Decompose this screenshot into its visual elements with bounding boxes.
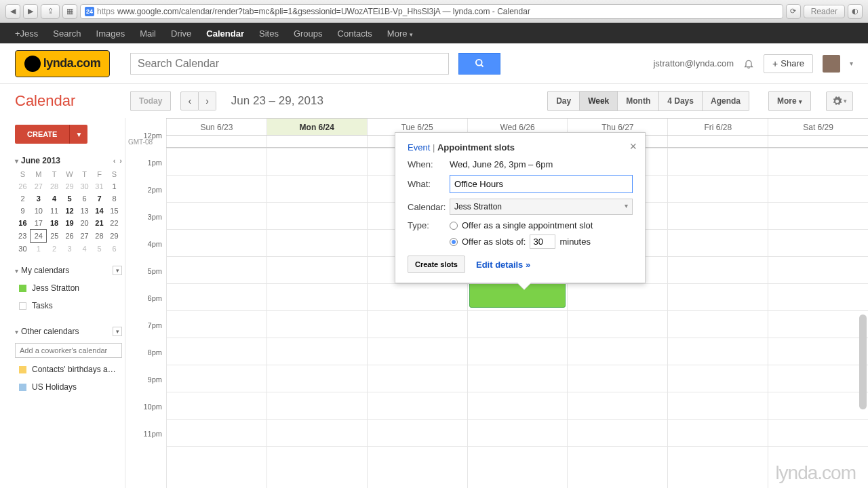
mini-day[interactable]: 17	[31, 217, 47, 230]
mini-day[interactable]: 24	[31, 230, 47, 243]
day-header[interactable]: Mon 6/24	[267, 119, 367, 135]
mini-day[interactable]: 15	[106, 205, 121, 217]
nav-contacts[interactable]: Contacts	[338, 28, 372, 39]
sidebar-browser-button[interactable]: ▦	[62, 4, 77, 19]
mini-day[interactable]: 4	[47, 192, 62, 205]
mini-day[interactable]: 30	[15, 243, 31, 256]
forward-button[interactable]: ▶	[23, 4, 38, 19]
bell-icon[interactable]	[743, 58, 754, 69]
share-button[interactable]: +Share	[764, 54, 813, 73]
mini-day[interactable]: 12	[62, 205, 77, 217]
mini-day[interactable]: 26	[62, 230, 77, 243]
day-header[interactable]: Fri 6/28	[667, 119, 768, 135]
nav-more[interactable]: More ▾	[387, 28, 413, 39]
share-browser-button[interactable]: ⇪	[41, 4, 60, 19]
avatar[interactable]	[823, 55, 840, 73]
mini-day[interactable]: 1	[31, 243, 47, 256]
mini-prev[interactable]: ‹	[113, 157, 116, 165]
settings-button[interactable]: ▾	[826, 92, 853, 111]
mini-day[interactable]: 4	[77, 243, 92, 256]
mini-day[interactable]: 3	[31, 192, 47, 205]
view-agenda[interactable]: Agenda	[703, 91, 749, 111]
mini-day[interactable]: 10	[31, 205, 47, 217]
mini-day[interactable]: 21	[92, 217, 107, 230]
next-button[interactable]: ›	[199, 92, 216, 110]
view-4-days[interactable]: 4 Days	[659, 91, 703, 111]
reload-button[interactable]: ⟳	[786, 4, 801, 19]
nav-calendar[interactable]: Calendar	[206, 28, 244, 39]
day-column[interactable]	[166, 148, 267, 488]
collapse-icon[interactable]: ▾	[15, 157, 18, 165]
close-icon[interactable]: ×	[629, 140, 637, 154]
mini-day[interactable]: 19	[62, 217, 77, 230]
today-button[interactable]: Today	[130, 91, 171, 111]
view-day[interactable]: Day	[547, 91, 580, 111]
tab-appointment-slots[interactable]: Appointment slots	[437, 142, 515, 152]
slot-duration-input[interactable]	[530, 235, 555, 249]
mini-next[interactable]: ›	[119, 157, 122, 165]
mini-day[interactable]: 27	[31, 180, 47, 192]
calendar-item[interactable]: Jess Stratton	[15, 279, 122, 297]
day-column[interactable]	[667, 148, 768, 488]
nav-mail[interactable]: Mail	[140, 28, 156, 39]
create-slots-button[interactable]: Create slots	[408, 256, 465, 273]
day-header[interactable]: Sun 6/23	[166, 119, 267, 135]
mini-day[interactable]: 31	[92, 180, 107, 192]
day-header[interactable]: Sat 6/29	[768, 119, 868, 135]
mini-day[interactable]: 1	[106, 180, 121, 192]
search-button[interactable]	[458, 53, 500, 75]
user-email[interactable]: jstratton@lynda.com	[653, 58, 734, 68]
day-column[interactable]	[768, 148, 868, 488]
mini-day[interactable]: 25	[47, 230, 62, 243]
mini-day[interactable]: 5	[92, 243, 107, 256]
mini-day[interactable]: 30	[77, 180, 92, 192]
mini-day[interactable]: 3	[62, 243, 77, 256]
mini-day[interactable]: 29	[62, 180, 77, 192]
my-calendars-header[interactable]: ▾ My calendars ▾	[15, 262, 122, 279]
mini-day[interactable]: 16	[15, 217, 31, 230]
add-calendar-input[interactable]	[15, 343, 122, 358]
mini-day[interactable]: 2	[15, 192, 31, 205]
other-calendars-header[interactable]: ▾ Other calendars ▾	[15, 323, 122, 340]
edit-details-link[interactable]: Edit details »	[476, 260, 530, 270]
address-bar[interactable]: 24 https www.google.com/calendar/render?…	[80, 4, 783, 19]
mini-calendar[interactable]: SMTWTFS262728293031123456789101112131415…	[15, 168, 122, 255]
mini-day[interactable]: 13	[77, 205, 92, 217]
mini-day[interactable]: 28	[47, 180, 62, 192]
reader-button[interactable]: Reader	[804, 5, 845, 18]
more-button[interactable]: More ▾	[768, 91, 811, 111]
nav-search[interactable]: Search	[53, 28, 81, 39]
nav-drive[interactable]: Drive	[171, 28, 191, 39]
browser-settings-button[interactable]: ◐	[848, 4, 863, 19]
mini-day[interactable]: 18	[47, 217, 62, 230]
calendar-select[interactable]: Jess Stratton	[450, 199, 633, 215]
search-input[interactable]	[130, 53, 449, 75]
mini-day[interactable]: 11	[47, 205, 62, 217]
mini-day[interactable]: 5	[62, 192, 77, 205]
nav-jess[interactable]: +Jess	[15, 28, 38, 39]
view-week[interactable]: Week	[580, 91, 618, 111]
mini-day[interactable]: 22	[106, 217, 121, 230]
section-menu-icon[interactable]: ▾	[113, 266, 122, 275]
nav-images[interactable]: Images	[96, 28, 125, 39]
section-menu-icon[interactable]: ▾	[113, 327, 122, 336]
mini-day[interactable]: 29	[106, 230, 121, 243]
calendar-item[interactable]: US Holidays	[15, 378, 122, 396]
nav-groups[interactable]: Groups	[294, 28, 323, 39]
day-column[interactable]	[267, 148, 367, 488]
radio-slots[interactable]	[450, 238, 458, 246]
create-dropdown[interactable]: ▼	[69, 125, 87, 144]
mini-day[interactable]: 28	[92, 230, 107, 243]
mini-day[interactable]: 2	[47, 243, 62, 256]
mini-day[interactable]: 6	[77, 192, 92, 205]
mini-day[interactable]: 7	[92, 192, 107, 205]
nav-sites[interactable]: Sites	[259, 28, 279, 39]
what-input[interactable]	[450, 175, 633, 193]
prev-button[interactable]: ‹	[180, 92, 199, 110]
account-dropdown-icon[interactable]: ▾	[850, 60, 853, 67]
mini-day[interactable]: 26	[15, 180, 31, 192]
scrollbar-thumb[interactable]	[859, 314, 867, 409]
back-button[interactable]: ◀	[5, 4, 20, 19]
create-button[interactable]: CREATE	[15, 125, 69, 144]
radio-single[interactable]	[450, 222, 458, 230]
